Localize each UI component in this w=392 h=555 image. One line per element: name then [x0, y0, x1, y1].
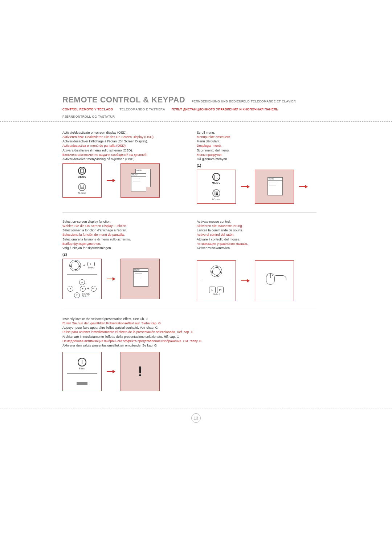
arrow-icon	[241, 279, 250, 283]
subtitle-gray-1: FERNBEDIENUNG UND BEDIENFELD TELECOMANDE…	[192, 100, 296, 103]
marker-1: (1)	[197, 163, 320, 167]
dpad-right-icon: ▸	[80, 286, 86, 292]
dpad-down-icon: ▾	[74, 292, 80, 298]
dpad-up-icon: ▴	[79, 279, 85, 285]
remote-panel-scroll: MENU Menu	[197, 170, 236, 204]
diagram-mouse: L R Select L R	[197, 260, 320, 301]
effect-button-icon: !	[78, 358, 86, 366]
l-button: L	[87, 262, 95, 266]
menu-button-icon-alt	[78, 183, 86, 191]
subtitle-gray-2: TELECOMANDO E TASTIERA	[120, 108, 165, 111]
screen-panel-osd: MENU MENU	[121, 163, 160, 198]
screen-panel-mouse: L R	[255, 260, 294, 301]
page-number: 13	[0, 413, 392, 423]
divider-dashed-bottom	[0, 409, 392, 409]
enter-icon: ↵	[91, 286, 97, 292]
main-title: REMOTE CONTROL & KEYPAD	[62, 95, 185, 104]
block-mouse-text: Activate mouse control. Aktivieren Sie M…	[197, 219, 320, 250]
mouse-cable-icon	[275, 275, 286, 280]
divider-thin	[62, 310, 317, 310]
plus-icon: +	[83, 263, 85, 267]
trackball-icon	[211, 266, 222, 277]
remote-panel-mouse: L R Select	[197, 260, 236, 301]
page-title: REMOTE CONTROL & KEYPAD FERNBEDIENUNG UN…	[62, 95, 356, 105]
subtitle-red-2: ПУЛЬТ ДИСТАНЦИОННОГО УПРАВЛЕНИЯ И КНОПОЧ…	[172, 108, 278, 111]
screen-panel-select: MENU	[121, 259, 160, 299]
arrow-icon	[241, 185, 250, 189]
menu-button-icon-alt	[212, 189, 220, 197]
arrow-icon	[107, 370, 115, 373]
divider-thin	[62, 212, 317, 213]
trackball-icon	[69, 260, 81, 271]
menu-label-upper: MENU	[212, 182, 221, 184]
menu-button-icon	[212, 173, 220, 181]
r-button: R	[217, 287, 224, 293]
remote-panel-effect: ! Effect	[62, 352, 102, 391]
arrow-icon	[107, 179, 115, 182]
source-select-label: Source/ Select	[82, 292, 90, 297]
diagram-activate: MENU Menu MENU MENU	[62, 163, 186, 198]
remote-panel-menu: MENU Menu	[62, 163, 102, 198]
mouse-icon: L R	[266, 273, 275, 285]
menu-label-lower: Menu	[78, 192, 86, 194]
diagram-select: + L Select ▴ ◂ ▸	[62, 259, 186, 299]
blank-slot	[77, 382, 87, 385]
bang-icon: !	[138, 364, 143, 379]
plus-icon: +	[87, 287, 89, 291]
screen-panel-effect: !	[121, 352, 160, 391]
arrow-icon	[107, 277, 115, 281]
menu-label-upper: MENU	[78, 175, 87, 178]
diagram-scroll: MENU Menu MENU	[197, 170, 320, 204]
block-activate-text: Activate/deactivate on-screen display (O…	[62, 130, 186, 161]
subtitle-gray-3: FJERNKONTROLL OG TASTATUR	[62, 115, 115, 118]
marker-2: (2)	[62, 252, 186, 256]
select-label: Select	[88, 266, 94, 269]
block-scroll-text: Scroll menu. Menüpunkte ansteuern. Menu …	[197, 130, 320, 161]
menu-button-icon	[78, 167, 86, 175]
block-effect-text: Instantly invoke the selected presentati…	[62, 317, 309, 348]
divider-dashed-top	[0, 121, 392, 122]
menu-label-lower: Menu	[212, 198, 220, 200]
effect-label: Effect	[79, 367, 85, 370]
screen-panel-scroll: MENU	[255, 170, 294, 204]
subtitle-red-1: CONTROL REMOTO Y TECLADO	[62, 108, 113, 111]
dpad-left-icon: ◂	[68, 286, 73, 292]
arrow-icon	[299, 185, 308, 189]
l-button: L	[209, 287, 216, 293]
remote-panel-select: + L Select ▴ ◂ ▸	[62, 259, 102, 299]
select-label: Select	[213, 293, 220, 296]
diagram-effect: ! Effect !	[62, 352, 392, 391]
block-select-text: Select on-screen display function. Wähle…	[62, 219, 186, 250]
